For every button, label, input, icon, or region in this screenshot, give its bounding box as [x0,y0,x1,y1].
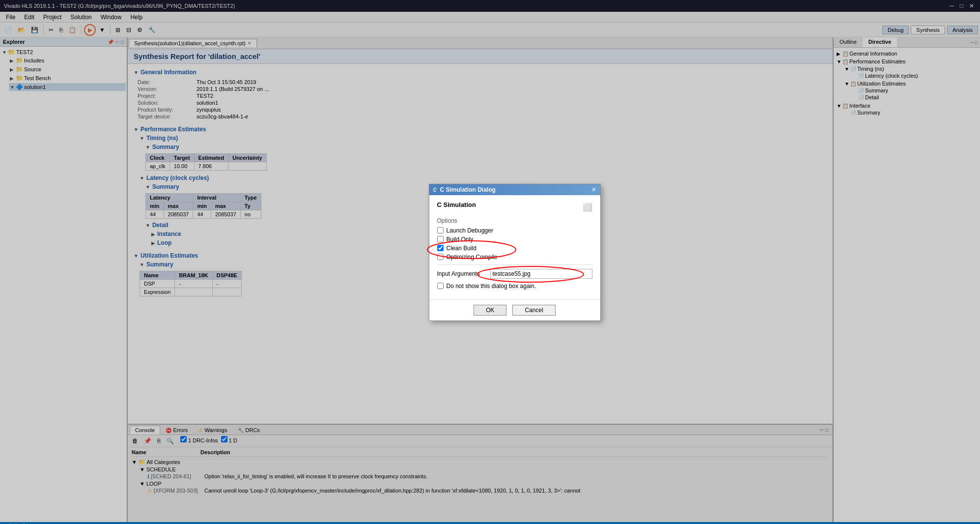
dialog-header-row: C Simulation ⬜ [437,201,592,213]
dialog-title-text: C Simulation Dialog [440,186,496,193]
optimizing-compile-checkbox[interactable] [437,254,444,260]
dialog-close-button[interactable]: ✕ [591,186,596,193]
dialog-no-show-row: Do not show this dialog box again. [437,283,592,290]
dialog-title-content: C C Simulation Dialog [433,186,496,193]
build-only-checkbox[interactable] [437,236,444,242]
dialog-options-label: Options [437,217,592,224]
dialog-input-arguments-row: Input Arguments [437,269,592,279]
dialog-subtitle: C Simulation [437,201,476,208]
dialog-ok-button[interactable]: OK [474,305,506,316]
dialog-option-clean-build: Clean Build [437,245,592,252]
launch-debugger-checkbox[interactable] [437,227,444,233]
dialog-content: C Simulation ⬜ Options Launch Debugger B… [429,195,600,299]
clean-build-label[interactable]: Clean Build [447,245,476,252]
optimizing-compile-label[interactable]: Optimizing Compile [447,254,498,261]
dialog-option-launch-debugger: Launch Debugger [437,227,592,234]
dialog-overlay[interactable]: C C Simulation Dialog ✕ C Simulation ⬜ O… [0,0,980,524]
dialog-title-icon: C [433,187,438,193]
input-arguments-field[interactable] [490,269,592,279]
c-simulation-dialog: C C Simulation Dialog ✕ C Simulation ⬜ O… [429,184,601,321]
dialog-option-optimizing: Optimizing Compile [437,254,592,261]
clean-build-checkbox[interactable] [437,245,444,251]
no-show-label[interactable]: Do not show this dialog box again. [447,283,536,290]
dialog-option-build-only: Build Only [437,236,592,243]
dialog-cancel-button[interactable]: Cancel [512,305,555,316]
input-arguments-label: Input Arguments [437,270,486,277]
no-show-checkbox[interactable] [437,283,444,289]
dialog-footer: OK Cancel [429,299,600,320]
dialog-icon: ⬜ [583,203,592,212]
dialog-divider [437,264,592,265]
dialog-title-bar: C C Simulation Dialog ✕ [429,184,600,195]
build-only-label[interactable]: Build Only [447,236,474,243]
launch-debugger-label[interactable]: Launch Debugger [447,227,493,234]
